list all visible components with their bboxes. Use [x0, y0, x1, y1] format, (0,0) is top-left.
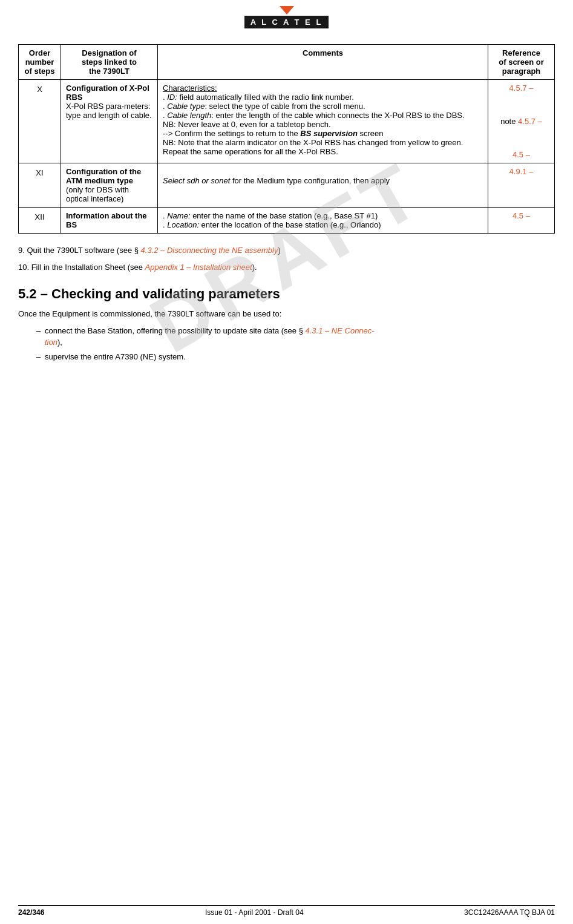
col-header-order: Ordernumberof steps — [19, 45, 61, 80]
footer-right: 3CC12426AAAA TQ BJA 01 — [464, 908, 555, 917]
row-x-comment-id: . ID: field automatically filled with th… — [163, 93, 354, 102]
step-10: 10. Fill in the Installation Sheet (see … — [18, 261, 555, 274]
row-x-comments: Characteristics: . ID: field automatical… — [158, 80, 488, 163]
row-x-ref2-link[interactable]: 4.5.7 – — [518, 117, 542, 126]
row-xii-references: 4.5 – — [488, 208, 555, 234]
bullet-connect-prefix: connect the Base Station, offering the p… — [45, 326, 305, 335]
bullet-item-supervise: supervise the entire A7390 (NE) system. — [36, 351, 555, 363]
section-52-bullets: connect the Base Station, offering the p… — [36, 325, 555, 363]
step-10-link[interactable]: Appendix 1 – Installation sheet — [145, 263, 252, 272]
section-52-intro: Once the Equipment is commissioned, the … — [18, 308, 555, 320]
row-xii-designation-bold: Information about the BS — [66, 211, 147, 229]
row-x-references: 4.5.7 – note 4.5.7 – 4.5 – — [488, 80, 555, 163]
row-x-ref2: note 4.5.7 – — [493, 117, 549, 126]
section-52-heading: 5.2 – Checking and validating parameters — [18, 286, 555, 302]
row-xii-comment-location: . Location: enter the location of the ba… — [163, 220, 381, 229]
step-9-prefix: 9. Quit the 7390LT software (see § — [18, 246, 141, 255]
row-x-order: X — [19, 80, 61, 163]
row-xi-references: 4.9.1 – — [488, 163, 555, 208]
col-header-reference: Referenceof screen orparagraph — [488, 45, 555, 80]
step-10-prefix: 10. Fill in the Installation Sheet (see — [18, 263, 145, 272]
row-xii-comments: . Name: enter the name of the base stati… — [158, 208, 488, 234]
step-9-link[interactable]: 4.3.2 – Disconnecting the NE assembly — [141, 246, 278, 255]
footer-page: 242/346 — [18, 908, 44, 917]
step-9-suffix: ) — [278, 246, 281, 255]
row-x-ref3: 4.5 – — [493, 150, 549, 159]
row-x-comment-cable-length: . Cable length: enter the length of the … — [163, 111, 465, 120]
row-x-ref1-link[interactable]: 4.5.7 – — [509, 84, 534, 93]
row-xi-order: XI — [19, 163, 61, 208]
bullet-item-connect: connect the Base Station, offering the p… — [36, 325, 555, 349]
table-row-xi: XI Configuration of the ATM medium type … — [19, 163, 555, 208]
table-header-row: Ordernumberof steps Designation ofsteps … — [19, 45, 555, 80]
row-xi-designation-normal: (only for DBS with optical interface) — [66, 185, 129, 203]
main-table: Ordernumberof steps Designation ofsteps … — [18, 44, 555, 234]
row-x-ref1: 4.5.7 – — [493, 84, 549, 93]
row-x-ref2-note: note — [500, 117, 518, 126]
row-x-comment-cable-type: . Cable type: select the type of cable f… — [163, 102, 365, 111]
row-xii-designation: Information about the BS — [61, 208, 158, 234]
row-xii-ref1-link[interactable]: 4.5 – — [512, 211, 530, 220]
step-9: 9. Quit the 7390LT software (see § 4.3.2… — [18, 244, 555, 257]
row-x-comment-nb2: NB: Note that the alarm indicator on the… — [163, 138, 463, 147]
footer-center: Issue 01 - April 2001 - Draft 04 — [205, 908, 304, 917]
row-x-ref3-link[interactable]: 4.5 – — [512, 150, 530, 159]
table-row-xii: XII Information about the BS . Name: ent… — [19, 208, 555, 234]
step-10-suffix: ). — [252, 263, 257, 272]
row-xii-comment-name: . Name: enter the name of the base stati… — [163, 211, 378, 220]
row-xi-comments: Select sdh or sonet for the Medium type … — [158, 163, 488, 208]
row-xi-ref1-link[interactable]: 4.9.1 – — [509, 167, 534, 176]
bullet-connect-suffix: ), — [57, 338, 62, 347]
characteristics-label: Characteristics: — [163, 84, 217, 93]
row-x-designation-normal: X-Pol RBS para-meters: type and length o… — [66, 102, 152, 120]
row-xi-designation-bold: Configuration of the ATM medium type — [66, 167, 141, 185]
row-x-comment-repeat: Repeat the same operations for all the X… — [163, 147, 338, 156]
bullet-supervise-text: supervise the entire A7390 (NE) system. — [45, 352, 186, 361]
row-xii-order: XII — [19, 208, 61, 234]
row-x-designation: Configuration of X-Pol RBS X-Pol RBS par… — [61, 80, 158, 163]
row-xi-designation: Configuration of the ATM medium type (on… — [61, 163, 158, 208]
page-footer: 242/346 Issue 01 - April 2001 - Draft 04… — [18, 905, 555, 917]
alcatel-logo: A L C A T E L — [244, 6, 329, 28]
logo-text: A L C A T E L — [244, 16, 329, 28]
row-x-comment-bs: --> Confirm the settings to return to th… — [163, 129, 384, 138]
col-header-designation: Designation ofsteps linked tothe 7390LT — [61, 45, 158, 80]
row-x-designation-bold: Configuration of X-Pol RBS — [66, 84, 149, 102]
page-header: A L C A T E L — [18, 0, 555, 33]
logo-triangle-icon — [280, 6, 294, 15]
col-header-comments: Comments — [158, 45, 488, 80]
page-container: A L C A T E L DRAFT Ordernumberof steps … — [0, 0, 573, 402]
table-row-x: X Configuration of X-Pol RBS X-Pol RBS p… — [19, 80, 555, 163]
row-x-comment-nb1: NB: Never leave at 0, even for a tableto… — [163, 120, 331, 129]
row-xi-comment-text: Select sdh or sonet for the Medium type … — [163, 176, 390, 185]
